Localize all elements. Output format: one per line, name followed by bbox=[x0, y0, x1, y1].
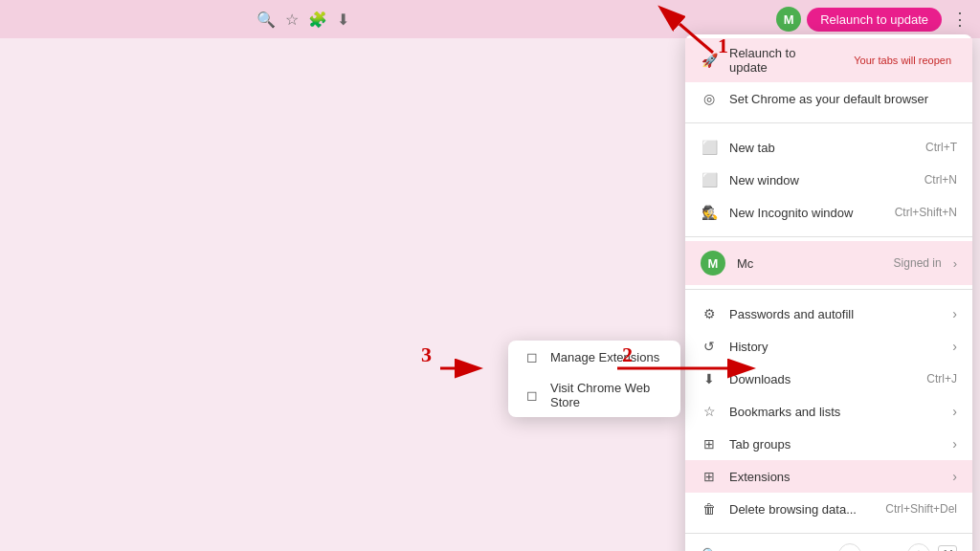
zoom-label: Zoom bbox=[725, 548, 831, 552]
zoom-fullscreen-button[interactable]: ⛶ bbox=[938, 545, 957, 551]
incognito-icon: 🕵 bbox=[701, 204, 718, 221]
new-tab-icon: ⬜ bbox=[701, 139, 718, 156]
divider-3 bbox=[685, 289, 972, 290]
default-browser-icon: ◎ bbox=[701, 90, 718, 107]
extensions-label: Extensions bbox=[729, 470, 941, 484]
zoom-icon[interactable]: 🔍 bbox=[256, 11, 276, 29]
menu-item-history[interactable]: ↺ History › bbox=[685, 330, 972, 363]
downloads-icon: ⬇ bbox=[701, 370, 718, 387]
new-window-shortcut: Ctrl+N bbox=[924, 173, 957, 187]
manage-ext-icon: ◻ bbox=[523, 348, 541, 365]
zoom-minus-button[interactable]: − bbox=[838, 543, 861, 551]
menu-item-relaunch[interactable]: 🚀 Relaunch to update Your tabs will reop… bbox=[685, 38, 972, 82]
set-default-label: Set Chrome as your default browser bbox=[729, 92, 957, 106]
history-label: History bbox=[729, 340, 941, 354]
browser-toolbar: 🔍 ☆ 🧩 ⬇ M Relaunch to update ⋮ bbox=[0, 0, 980, 38]
zoom-controls: − 67% + ⛶ bbox=[838, 543, 957, 551]
menu-item-new-window[interactable]: ⬜ New window Ctrl+N bbox=[685, 164, 972, 196]
zoom-plus-button[interactable]: + bbox=[907, 543, 930, 551]
passwords-label: Passwords and autofill bbox=[729, 307, 941, 321]
menu-item-zoom: 🔍 Zoom − 67% + ⛶ bbox=[685, 538, 972, 551]
downloads-shortcut: Ctrl+J bbox=[926, 372, 957, 386]
submenu-item-manage-extensions[interactable]: ◻ Manage Extensions bbox=[508, 341, 680, 373]
menu-item-incognito[interactable]: 🕵 New Incognito window Ctrl+Shift+N bbox=[685, 196, 972, 229]
bookmarks-icon: ☆ bbox=[701, 403, 718, 420]
menu-item-bookmarks[interactable]: ☆ Bookmarks and lists › bbox=[685, 395, 972, 428]
profile-status: Signed in bbox=[894, 256, 942, 270]
bookmarks-label: Bookmarks and lists bbox=[729, 405, 941, 419]
bookmark-icon[interactable]: ☆ bbox=[285, 11, 299, 29]
incognito-shortcut: Ctrl+Shift+N bbox=[895, 206, 957, 219]
divider-2 bbox=[685, 236, 972, 237]
extensions-chevron-icon: › bbox=[952, 469, 957, 484]
chrome-store-icon: ◻ bbox=[523, 386, 541, 404]
menu-item-extensions[interactable]: ⊞ Extensions › bbox=[685, 460, 972, 493]
profile-button[interactable]: M bbox=[776, 7, 801, 32]
relaunch-icon: 🚀 bbox=[701, 52, 718, 69]
bookmarks-chevron-icon: › bbox=[952, 404, 957, 419]
downloads-label: Downloads bbox=[729, 372, 915, 386]
menu-item-downloads[interactable]: ⬇ Downloads Ctrl+J bbox=[685, 363, 972, 395]
three-dots-menu[interactable]: ⋮ bbox=[947, 7, 972, 32]
menu-section-browser: ⚙ Passwords and autofill › ↺ History › ⬇… bbox=[685, 294, 972, 529]
extensions-menu-icon: ⊞ bbox=[701, 468, 718, 485]
menu-item-passwords[interactable]: ⚙ Passwords and autofill › bbox=[685, 298, 972, 330]
passwords-chevron-icon: › bbox=[952, 306, 957, 321]
menu-item-delete-browsing[interactable]: 🗑 Delete browsing data... Ctrl+Shift+Del bbox=[685, 493, 972, 525]
delete-browsing-shortcut: Ctrl+Shift+Del bbox=[885, 502, 957, 516]
relaunch-label: Relaunch to update bbox=[729, 46, 836, 75]
svg-text:3: 3 bbox=[421, 342, 432, 366]
chrome-store-label: Visit Chrome Web Store bbox=[550, 381, 665, 409]
download-icon[interactable]: ⬇ bbox=[337, 11, 349, 29]
divider-4 bbox=[685, 533, 972, 534]
profile-name: Mc bbox=[737, 256, 882, 271]
incognito-label: New Incognito window bbox=[729, 206, 883, 220]
tab-groups-chevron-icon: › bbox=[952, 436, 957, 452]
relaunch-badge: Your tabs will reopen bbox=[848, 54, 957, 67]
menu-section-relaunch: 🚀 Relaunch to update Your tabs will reop… bbox=[685, 34, 972, 119]
menu-item-new-tab[interactable]: ⬜ New tab Ctrl+T bbox=[685, 131, 972, 164]
new-window-label: New window bbox=[729, 173, 913, 187]
new-tab-label: New tab bbox=[729, 141, 914, 155]
profile-chevron-icon: › bbox=[953, 256, 957, 271]
history-chevron-icon: › bbox=[952, 339, 957, 354]
toolbar-icons: 🔍 ☆ 🧩 ⬇ bbox=[256, 11, 349, 29]
menu-section-tabs: ⬜ New tab Ctrl+T ⬜ New window Ctrl+N 🕵 N… bbox=[685, 127, 972, 232]
submenu-item-chrome-store[interactable]: ◻ Visit Chrome Web Store bbox=[508, 373, 680, 417]
relaunch-button[interactable]: Relaunch to update bbox=[807, 8, 942, 32]
menu-item-set-default[interactable]: ◎ Set Chrome as your default browser bbox=[685, 82, 972, 115]
delete-icon: 🗑 bbox=[701, 500, 718, 518]
menu-item-profile[interactable]: M Mc Signed in › bbox=[685, 241, 972, 285]
delete-browsing-label: Delete browsing data... bbox=[729, 502, 874, 517]
chrome-main-menu: 🚀 Relaunch to update Your tabs will reop… bbox=[685, 34, 972, 551]
new-window-icon: ⬜ bbox=[701, 171, 718, 188]
new-tab-shortcut: Ctrl+T bbox=[925, 141, 957, 154]
tab-groups-label: Tab groups bbox=[729, 437, 941, 452]
history-icon: ↺ bbox=[701, 338, 718, 355]
extensions-icon[interactable]: 🧩 bbox=[308, 11, 327, 29]
zoom-value: 67% bbox=[869, 548, 900, 552]
extensions-submenu: ◻ Manage Extensions ◻ Visit Chrome Web S… bbox=[508, 341, 680, 417]
menu-item-tab-groups[interactable]: ⊞ Tab groups › bbox=[685, 428, 972, 460]
manage-extensions-label: Manage Extensions bbox=[550, 350, 665, 364]
passwords-icon: ⚙ bbox=[701, 305, 718, 322]
tab-groups-icon: ⊞ bbox=[701, 435, 718, 452]
zoom-menu-icon: 🔍 bbox=[701, 547, 718, 551]
divider-1 bbox=[685, 122, 972, 123]
profile-avatar: M bbox=[701, 251, 725, 276]
